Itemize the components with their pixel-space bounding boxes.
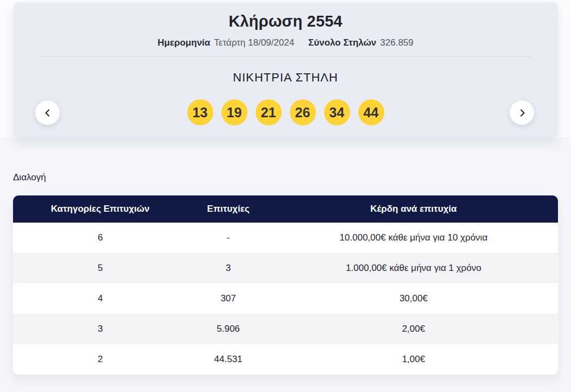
draw-section: Κλήρωση 2554 Ημερομηνία Τετάρτη 18/09/20…	[0, 0, 571, 137]
table-header-prize: Κέρδη ανά επιτυχία	[269, 204, 558, 214]
winning-number-ball: 34	[324, 99, 350, 125]
category-cell: 6	[13, 232, 187, 243]
results-section-title: Διαλογή	[13, 172, 558, 183]
chevron-right-icon	[518, 109, 526, 117]
table-header-winners: Επιτυχίες	[187, 204, 269, 214]
winners-cell: 3	[187, 263, 269, 274]
winning-number-ball: 19	[221, 99, 248, 125]
category-cell: 5	[13, 263, 187, 274]
category-cell: 4	[13, 293, 187, 304]
draw-date: Ημερομηνία Τετάρτη 18/09/2024	[157, 37, 294, 48]
lottery-results-page: Κλήρωση 2554 Ημερομηνία Τετάρτη 18/09/20…	[0, 0, 571, 392]
draw-title: Κλήρωση 2554	[13, 2, 558, 30]
table-row: 5 3 1.000,00€ κάθε μήνα για 1 χρόνο	[13, 253, 558, 283]
winners-cell: 44.531	[187, 354, 269, 365]
table-row: 3 5.906 2,00€	[13, 314, 558, 344]
table-row: 4 307 30,00€	[13, 283, 558, 314]
results-section: Διαλογή Κατηγορίες Επιτυχιών Επιτυχίες Κ…	[0, 137, 571, 392]
prize-cell: 30,00€	[269, 293, 558, 304]
previous-draw-button[interactable]	[35, 100, 60, 125]
table-row: 2 44.531 1,00€	[13, 344, 558, 375]
winning-number-ball: 26	[290, 99, 316, 125]
winners-cell: -	[187, 232, 269, 243]
prize-cell: 10.000,00€ κάθε μήνα για 10 χρόνια	[269, 232, 558, 243]
winning-numbers-row: 13 19 21 26 34 44	[13, 99, 558, 125]
table-header-categories: Κατηγορίες Επιτυχιών	[13, 204, 187, 214]
divider	[39, 56, 532, 57]
draw-card: Κλήρωση 2554 Ημερομηνία Τετάρτη 18/09/20…	[13, 2, 558, 137]
draw-date-label: Ημερομηνία	[157, 37, 210, 48]
winners-cell: 307	[187, 293, 269, 304]
next-draw-button[interactable]	[510, 100, 534, 125]
total-columns: Σύνολο Στηλών 326.859	[308, 37, 414, 48]
winning-number-ball: 13	[187, 99, 213, 125]
category-cell: 2	[13, 354, 187, 365]
category-cell: 3	[13, 324, 187, 334]
total-columns-value: 326.859	[380, 37, 413, 48]
winners-cell: 5.906	[187, 324, 269, 334]
table-header-row: Κατηγορίες Επιτυχιών Επιτυχίες Κέρδη ανά…	[13, 195, 558, 223]
prize-cell: 2,00€	[269, 324, 558, 334]
winning-number-ball: 21	[256, 99, 282, 125]
table-row: 6 - 10.000,00€ κάθε μήνα για 10 χρόνια	[13, 223, 558, 253]
winning-column-title: ΝΙΚΗΤΡΙΑ ΣΤΗΛΗ	[13, 71, 558, 85]
prize-cell: 1.000,00€ κάθε μήνα για 1 χρόνο	[269, 263, 558, 274]
total-columns-label: Σύνολο Στηλών	[308, 37, 376, 48]
winning-number-ball: 44	[358, 99, 384, 125]
results-table: Κατηγορίες Επιτυχιών Επιτυχίες Κέρδη ανά…	[13, 195, 558, 375]
prize-cell: 1,00€	[269, 354, 558, 365]
chevron-left-icon	[43, 109, 52, 117]
draw-meta-row: Ημερομηνία Τετάρτη 18/09/2024 Σύνολο Στη…	[13, 37, 558, 48]
draw-date-value: Τετάρτη 18/09/2024	[214, 37, 294, 48]
